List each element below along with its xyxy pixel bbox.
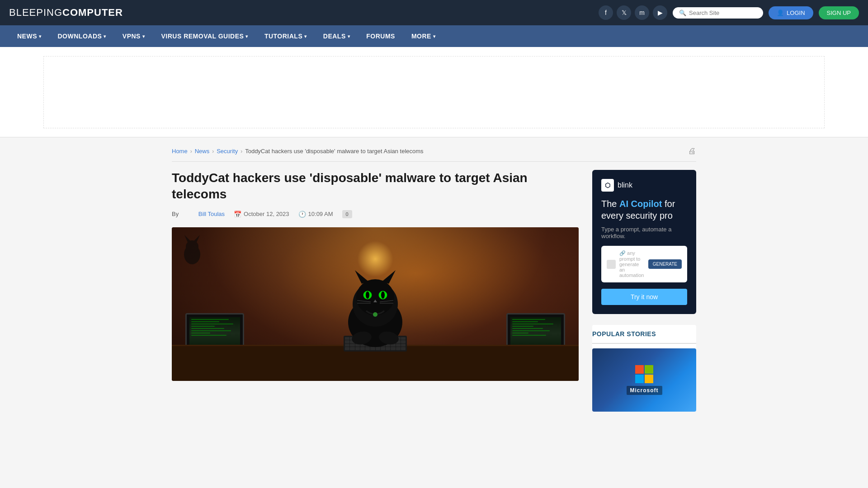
blink-logo: ⬡ blink xyxy=(601,179,687,192)
screen-line xyxy=(512,330,550,331)
nav-more[interactable]: MORE ▾ xyxy=(403,25,444,47)
nav-virus-removal[interactable]: VIRUS REMOVAL GUIDES ▾ xyxy=(153,25,256,47)
svg-marker-3 xyxy=(355,270,368,284)
screen-line xyxy=(191,319,229,320)
time-meta: 🕐 10:09 AM xyxy=(298,211,333,218)
bg-cat-left xyxy=(181,234,203,266)
facebook-icon[interactable]: f xyxy=(599,5,613,20)
svg-point-20 xyxy=(186,240,198,253)
nav-tutorials-arrow: ▾ xyxy=(304,34,307,39)
login-label: LOGIN xyxy=(787,9,805,16)
social-icons: f 𝕏 m ▶ xyxy=(599,5,667,20)
mastodon-icon[interactable]: m xyxy=(635,5,649,20)
ad-placeholder xyxy=(43,56,825,128)
breadcrumb-sep-2: › xyxy=(212,148,214,155)
screen-line xyxy=(191,335,226,336)
article-image xyxy=(172,227,579,381)
author-link[interactable]: Bill Toulas xyxy=(198,211,225,217)
login-button[interactable]: 👤 LOGIN xyxy=(769,6,813,19)
blink-headline-pre: The xyxy=(601,199,619,209)
blink-subtext: Type a prompt, automate a workflow. xyxy=(601,226,687,239)
screen-lines-left xyxy=(189,317,240,338)
nav-more-arrow: ▾ xyxy=(433,34,436,39)
screen-line xyxy=(191,333,210,333)
nav-tutorials[interactable]: TUTORIALS ▾ xyxy=(256,25,315,47)
popular-stories-title: POPULAR STORIES xyxy=(592,325,696,344)
blink-input-text: 🔗 any prompt to generate an automation xyxy=(619,250,645,278)
nav-news[interactable]: NEWS ▾ xyxy=(9,25,50,47)
blink-logo-icon: ⬡ xyxy=(601,179,614,192)
nav-downloads[interactable]: DOWNLOADS ▾ xyxy=(50,25,114,47)
screen-line xyxy=(512,324,553,324)
nav-downloads-arrow: ▾ xyxy=(104,34,106,39)
article-layout: ToddyCat hackers use 'disposable' malwar… xyxy=(172,170,696,412)
screen-line xyxy=(191,328,224,329)
hacker-cat-scene xyxy=(172,227,579,381)
ms-quad-blue xyxy=(635,375,644,383)
clock-icon: 🕐 xyxy=(298,211,306,218)
ms-quad-yellow xyxy=(645,375,653,383)
nav-forums[interactable]: FORUMS xyxy=(358,25,403,47)
ad-banner xyxy=(0,47,868,137)
blink-headline: The AI Copilot for every security pro xyxy=(601,198,687,221)
ms-quad-red xyxy=(635,365,644,374)
nav-virus-arrow: ▾ xyxy=(245,34,248,39)
comment-count[interactable]: 0 xyxy=(342,210,352,218)
ms-quad-green xyxy=(645,365,653,374)
screen-line xyxy=(512,321,538,322)
search-input[interactable] xyxy=(689,9,757,16)
popular-stories: POPULAR STORIES Microsoft xyxy=(592,325,696,412)
search-bar: 🔍 xyxy=(673,7,763,19)
article-time: 10:09 AM xyxy=(308,211,333,217)
article-date: October 12, 2023 xyxy=(244,211,289,217)
logo-bold: COMPUTER xyxy=(62,7,123,18)
blink-headline-highlight: AI Copilot xyxy=(619,199,662,209)
article-main: ToddyCat hackers use 'disposable' malwar… xyxy=(172,170,579,381)
ms-logo-grid xyxy=(635,365,653,383)
date-meta: 📅 October 12, 2023 xyxy=(234,211,289,218)
screen-line xyxy=(191,321,219,322)
youtube-icon[interactable]: ▶ xyxy=(653,5,667,20)
breadcrumb-sep-3: › xyxy=(241,148,242,155)
svg-marker-21 xyxy=(184,235,191,242)
comment-bubble: 0 xyxy=(342,210,352,218)
logo-light: BLEEPING xyxy=(9,7,62,18)
user-icon: 👤 xyxy=(777,9,784,16)
screen-line xyxy=(512,328,542,329)
svg-marker-4 xyxy=(382,270,396,284)
screen-line xyxy=(191,324,233,324)
article-title: ToddyCat hackers use 'disposable' malwar… xyxy=(172,170,579,203)
blink-link-icon xyxy=(607,260,616,269)
article-sidebar: ⬡ blink The AI Copilot for every securit… xyxy=(592,170,696,412)
breadcrumb-home[interactable]: Home xyxy=(172,148,188,155)
screen-line xyxy=(512,326,533,327)
twitter-icon[interactable]: 𝕏 xyxy=(617,5,631,20)
blink-logo-text: blink xyxy=(618,181,632,189)
screen-line xyxy=(512,333,528,333)
blink-try-button[interactable]: Try it now xyxy=(601,289,687,305)
blink-ad: ⬡ blink The AI Copilot for every securit… xyxy=(592,170,696,314)
breadcrumb-security[interactable]: Security xyxy=(217,148,238,155)
nav-deals[interactable]: DEALS ▾ xyxy=(315,25,358,47)
screen-lines-right xyxy=(510,317,561,338)
nav-vpns[interactable]: VPNS ▾ xyxy=(114,25,153,47)
svg-marker-22 xyxy=(193,235,200,242)
nav-vpns-arrow: ▾ xyxy=(142,34,145,39)
site-header: BLEEPINGCOMPUTER f 𝕏 m ▶ 🔍 👤 LOGIN SIGN … xyxy=(0,0,868,25)
site-logo[interactable]: BLEEPINGCOMPUTER xyxy=(9,7,123,19)
print-icon[interactable]: 🖨 xyxy=(688,146,696,156)
article-meta: By Bill Toulas 📅 October 12, 2023 🕐 10:0… xyxy=(172,210,579,218)
blink-generate-button[interactable]: GENERATE xyxy=(648,259,682,269)
breadcrumb: Home › News › Security › ToddyCat hacker… xyxy=(172,146,696,162)
microsoft-logo-area: Microsoft xyxy=(627,365,662,395)
header-right: f 𝕏 m ▶ 🔍 👤 LOGIN SIGN UP xyxy=(599,5,859,20)
svg-point-8 xyxy=(381,291,385,299)
signup-button[interactable]: SIGN UP xyxy=(819,6,859,19)
calendar-icon: 📅 xyxy=(234,211,241,218)
breadcrumb-news[interactable]: News xyxy=(195,148,210,155)
signup-label: SIGN UP xyxy=(827,9,851,16)
popular-story-image[interactable]: Microsoft xyxy=(592,348,696,412)
screen-line xyxy=(512,319,545,320)
comment-number: 0 xyxy=(345,211,348,217)
nav-deals-arrow: ▾ xyxy=(348,34,350,39)
